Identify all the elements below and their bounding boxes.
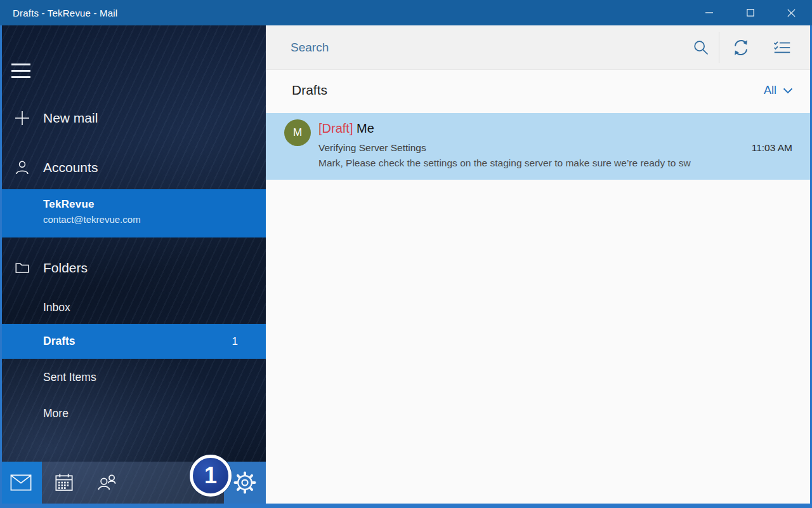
account-name: TekRevue <box>43 198 266 211</box>
folder-label: Inbox <box>43 301 70 314</box>
gear-icon <box>233 471 256 494</box>
annotation-step-badge: 1 <box>190 455 232 497</box>
close-button[interactable] <box>771 0 812 25</box>
new-mail-button[interactable]: New mail <box>0 104 266 132</box>
folder-label: Sent Items <box>43 371 96 384</box>
titlebar: Drafts - TekRevue - Mail <box>0 0 812 25</box>
accounts-label: Accounts <box>43 160 98 175</box>
filter-label: All <box>764 84 776 97</box>
calendar-icon <box>53 472 75 493</box>
folders-label: Folders <box>43 260 88 276</box>
new-mail-label: New mail <box>43 110 98 126</box>
search-toolbar <box>266 25 812 69</box>
accounts-button[interactable]: Accounts <box>0 154 266 182</box>
avatar: M <box>284 119 311 146</box>
menu-button[interactable] <box>11 64 33 83</box>
nav-people-button[interactable] <box>86 462 128 504</box>
sync-icon <box>731 38 750 57</box>
maximize-icon <box>747 9 754 17</box>
toolbar-divider <box>719 32 719 63</box>
people-icon <box>96 472 119 493</box>
sidebar-item-sent-items[interactable]: Sent Items <box>0 364 266 390</box>
window-controls <box>688 0 812 25</box>
folder-label: More <box>43 407 69 420</box>
account-email: contact@tekrevue.com <box>43 214 266 225</box>
minimize-button[interactable] <box>688 0 730 25</box>
draft-tag: [Draft] <box>318 121 353 135</box>
filter-dropdown[interactable]: All <box>764 84 793 97</box>
hamburger-icon <box>11 64 30 65</box>
sender-name: Me <box>357 121 374 135</box>
sidebar-item-drafts[interactable]: Drafts 1 <box>0 324 266 359</box>
window-border-bottom <box>0 504 812 508</box>
folders-button[interactable]: Folders <box>0 254 266 282</box>
message-list-pane: Drafts All M [Draft] Me Verifying Server… <box>266 25 812 508</box>
drafts-count-badge: 1 <box>232 335 238 348</box>
plus-icon <box>13 109 32 127</box>
folder-icon <box>13 260 32 276</box>
list-title: Drafts <box>292 83 327 98</box>
sync-button[interactable] <box>728 25 754 69</box>
minimize-icon <box>705 9 713 17</box>
chevron-down-icon <box>783 88 793 94</box>
search-input[interactable] <box>291 25 671 69</box>
sidebar: New mail Accounts TekRevue contact@tekre… <box>0 25 266 508</box>
sidebar-item-more[interactable]: More <box>0 401 266 426</box>
message-subject: Verifying Server Settings <box>318 142 426 154</box>
list-header: Drafts All <box>266 69 812 113</box>
person-icon <box>13 159 32 176</box>
select-checklist-icon <box>773 40 791 55</box>
message-row-draft[interactable]: M [Draft] Me Verifying Server Settings 1… <box>266 113 812 180</box>
message-time: 11:03 AM <box>752 142 792 154</box>
sidebar-account-tekrevue[interactable]: TekRevue contact@tekrevue.com <box>0 189 266 237</box>
window-border-left <box>0 25 2 508</box>
mail-app-window: Drafts - TekRevue - Mail New mail <box>0 0 812 508</box>
search-button[interactable] <box>688 25 714 69</box>
nav-calendar-button[interactable] <box>43 462 85 504</box>
maximize-button[interactable] <box>730 0 771 25</box>
message-preview: Mark, Please check the settings on the s… <box>318 157 751 169</box>
nav-mail-button[interactable] <box>0 462 42 504</box>
envelope-icon <box>10 474 32 491</box>
search-icon <box>692 39 710 57</box>
window-title: Drafts - TekRevue - Mail <box>0 8 117 18</box>
folder-label: Drafts <box>43 335 75 348</box>
selection-mode-button[interactable] <box>769 25 795 69</box>
close-icon <box>787 9 796 17</box>
sidebar-item-inbox[interactable]: Inbox <box>0 295 266 320</box>
message-sender-line: [Draft] Me <box>318 121 374 136</box>
